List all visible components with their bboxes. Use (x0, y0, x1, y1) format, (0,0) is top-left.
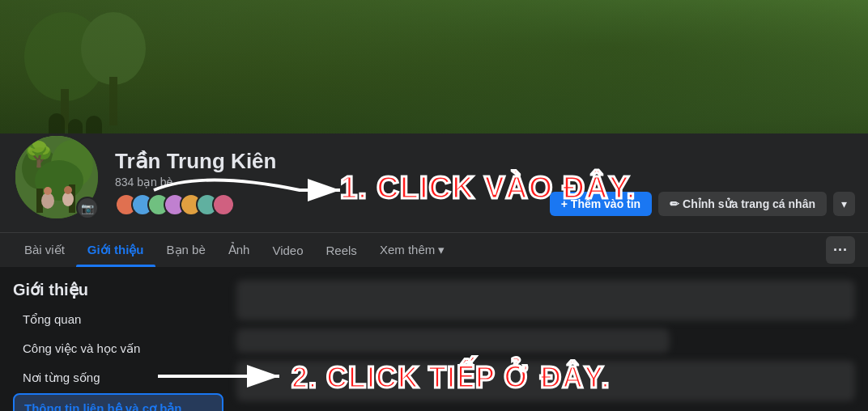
profile-section: 📷 Trần Trung Kiên 834 bạn bè + Thêm vào … (0, 133, 868, 232)
sidebar-title: Giới thiệu (13, 280, 223, 299)
action-buttons: + Thêm vào tin ✏ Chỉnh sửa trang cá nhân… (550, 192, 855, 222)
add-to-story-button[interactable]: + Thêm vào tin (550, 192, 652, 216)
sidebar-item-cong-viec[interactable]: Công việc và học vấn (13, 335, 223, 362)
main-content: Giới thiệu Tổng quan Công việc và học vấ… (0, 267, 868, 411)
tab-ban-be[interactable]: Bạn bè (155, 233, 217, 267)
friends-count: 834 bạn bè (115, 176, 550, 189)
svg-point-12 (44, 187, 52, 195)
tab-bai-viet[interactable]: Bài viết (13, 233, 76, 267)
tab-anh[interactable]: Ảnh (217, 233, 262, 267)
name-section: Trần Trung Kiên 834 bạn bè (115, 149, 550, 222)
user-name: Trần Trung Kiên (115, 149, 550, 174)
more-options-button[interactable]: ▾ (833, 192, 855, 216)
content-block-2 (236, 328, 670, 353)
tab-video[interactable]: Video (261, 234, 314, 267)
camera-icon: 📷 (81, 202, 94, 214)
svg-rect-3 (109, 77, 117, 125)
nav-dots-button[interactable]: ··· (826, 236, 855, 264)
friend-avatars (115, 193, 550, 216)
sidebar-item-thong-tin[interactable]: Thông tin liên hệ và cơ bản (13, 393, 223, 411)
svg-point-2 (81, 12, 146, 85)
friend-avatar (212, 193, 235, 216)
tab-gioi-thieu[interactable]: Giới thiệu (76, 233, 155, 267)
sidebar-item-tong-quan[interactable]: Tổng quan (13, 306, 223, 333)
content-block-1 (236, 280, 855, 320)
edit-profile-button[interactable]: ✏ Chỉnh sửa trang cá nhân (658, 192, 827, 216)
sidebar: Giới thiệu Tổng quan Công việc và học vấ… (13, 280, 223, 411)
content-block-3 (236, 361, 855, 401)
content-area (236, 280, 855, 411)
nav-tabs: Bài viết Giới thiệu Bạn bè Ảnh Video Ree… (0, 232, 868, 267)
avatar-wrapper: 📷 (13, 133, 102, 222)
camera-button[interactable]: 📷 (76, 197, 99, 219)
chevron-down-icon: ▾ (841, 197, 847, 210)
sidebar-item-noi-song[interactable]: Nơi từng sống (13, 364, 223, 392)
svg-point-13 (64, 186, 72, 194)
tab-xem-them[interactable]: Xem thêm ▾ (368, 233, 457, 267)
tab-reels[interactable]: Reels (315, 234, 368, 267)
